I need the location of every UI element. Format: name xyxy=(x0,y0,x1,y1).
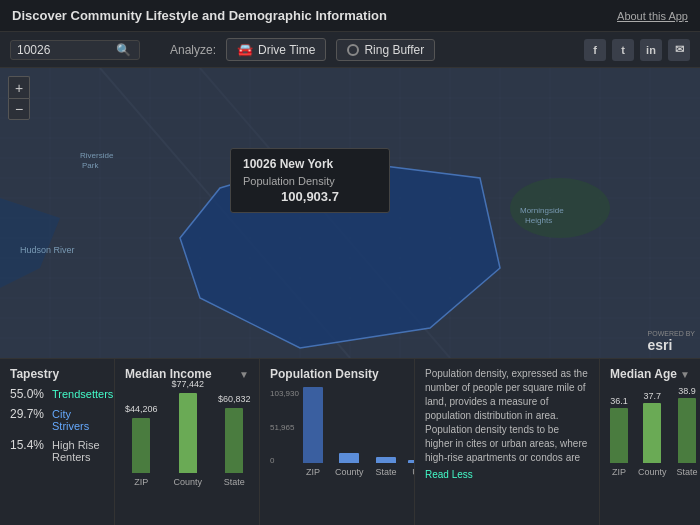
zoom-controls: + − xyxy=(8,76,30,120)
description-panel: Population density, expressed as the num… xyxy=(415,359,600,525)
svg-text:Park: Park xyxy=(82,161,99,170)
zoom-in-button[interactable]: + xyxy=(8,76,30,98)
tapestry-item-high-rise: 15.4% High Rise Renters xyxy=(10,438,104,463)
age-dropdown-arrow[interactable]: ▼ xyxy=(680,369,690,380)
density-state-label: State xyxy=(375,467,396,477)
city-strivers-name: City Strivers xyxy=(52,408,104,432)
app-header: Discover Community Lifestyle and Demogra… xyxy=(0,0,700,32)
svg-text:Heights: Heights xyxy=(525,216,552,225)
age-bar-state: 38.9 State xyxy=(677,386,698,477)
income-zip-label-bottom: ZIP xyxy=(134,477,148,487)
median-income-panel: Median Income ▼ $44,206 ZIP $77,442 Coun… xyxy=(115,359,260,525)
density-bar-state: State xyxy=(375,457,396,477)
income-county-bar xyxy=(179,393,197,473)
tooltip-metric: Population Density xyxy=(243,175,377,187)
search-input[interactable] xyxy=(17,43,112,57)
svg-text:Riverside: Riverside xyxy=(80,151,114,160)
age-bar-chart: 36.1 ZIP 37.7 County 38.9 State xyxy=(610,387,690,477)
ring-buffer-button[interactable]: Ring Buffer xyxy=(336,39,435,61)
income-zip-bar xyxy=(132,418,150,473)
income-county-label-top: $77,442 xyxy=(172,379,205,389)
density-state-bar xyxy=(376,457,396,463)
density-bar-county: County xyxy=(335,453,364,477)
city-strivers-pct: 29.7% xyxy=(10,407,48,421)
density-bar-chart: ZIP County State US xyxy=(303,387,415,477)
age-zip-bar xyxy=(610,408,628,463)
ring-buffer-radio xyxy=(347,44,359,56)
drive-time-icon: 🚘 xyxy=(237,42,253,57)
about-link[interactable]: About this App xyxy=(617,10,688,22)
description-text: Population density, expressed as the num… xyxy=(425,367,589,465)
density-axis-mid: 51,965 xyxy=(270,423,299,432)
income-state-bar xyxy=(225,408,243,473)
email-button[interactable]: ✉ xyxy=(668,39,690,61)
income-county-label-bottom: County xyxy=(174,477,203,487)
drive-time-button[interactable]: 🚘 Drive Time xyxy=(226,38,326,61)
high-rise-pct: 15.4% xyxy=(10,438,48,452)
density-bar-zip: ZIP xyxy=(303,387,323,477)
twitter-button[interactable]: t xyxy=(612,39,634,61)
income-bar-chart: $44,206 ZIP $77,442 County $60,832 State xyxy=(125,387,249,487)
age-county-bar xyxy=(643,403,661,463)
bottom-panels: Tapestry 55.0% Trendsetters 29.7% City S… xyxy=(0,358,700,525)
age-county-label-bottom: County xyxy=(638,467,667,477)
population-density-title: Population Density xyxy=(270,367,404,381)
density-zip-label: ZIP xyxy=(306,467,320,477)
trendsetters-pct: 55.0% xyxy=(10,387,48,401)
age-state-label-top: 38.9 xyxy=(678,386,696,396)
tapestry-item-trendsetters: 55.0% Trendsetters xyxy=(10,387,104,401)
toolbar: 🔍 Analyze: 🚘 Drive Time Ring Buffer f t … xyxy=(0,32,700,68)
age-state-label-bottom: State xyxy=(677,467,698,477)
age-zip-label-top: 36.1 xyxy=(610,396,628,406)
density-y-axis: 103,930 51,965 0 xyxy=(270,387,301,477)
income-bar-zip: $44,206 ZIP xyxy=(125,404,158,487)
linkedin-button[interactable]: in xyxy=(640,39,662,61)
map-tooltip: 10026 New York Population Density 100,90… xyxy=(230,148,390,213)
powered-by-label: POWERED BY xyxy=(648,330,695,337)
income-dropdown-arrow[interactable]: ▼ xyxy=(239,369,249,380)
density-county-bar xyxy=(339,453,359,463)
search-icon: 🔍 xyxy=(116,43,131,57)
age-bar-county: 37.7 County xyxy=(638,391,667,477)
search-box: 🔍 xyxy=(10,40,140,60)
social-icons: f t in ✉ xyxy=(584,39,690,61)
density-axis-bottom: 0 xyxy=(270,456,299,465)
age-zip-label-bottom: ZIP xyxy=(612,467,626,477)
median-age-panel: Median Age ▼ 36.1 ZIP 37.7 County 38.9 S… xyxy=(600,359,700,525)
income-bar-county: $77,442 County xyxy=(172,379,205,487)
tapestry-item-city-strivers: 29.7% City Strivers xyxy=(10,407,104,432)
tapestry-title: Tapestry xyxy=(10,367,104,381)
svg-text:Morningside: Morningside xyxy=(520,206,564,215)
tooltip-value: 100,903.7 xyxy=(243,189,377,204)
drive-time-label: Drive Time xyxy=(258,43,315,57)
age-bar-zip: 36.1 ZIP xyxy=(610,396,628,477)
income-bar-state: $60,832 State xyxy=(218,394,251,487)
svg-text:Hudson River: Hudson River xyxy=(20,245,75,255)
age-county-label-top: 37.7 xyxy=(644,391,662,401)
income-state-label-bottom: State xyxy=(224,477,245,487)
map-svg: Hudson River Morningside Heights Riversi… xyxy=(0,68,700,358)
read-less-button[interactable]: Read Less xyxy=(425,469,589,480)
map[interactable]: Hudson River Morningside Heights Riversi… xyxy=(0,68,700,358)
income-zip-label-top: $44,206 xyxy=(125,404,158,414)
esri-brand: esri xyxy=(648,337,673,353)
facebook-button[interactable]: f xyxy=(584,39,606,61)
high-rise-name: High Rise Renters xyxy=(52,439,104,463)
density-zip-bar xyxy=(303,387,323,463)
age-state-bar xyxy=(678,398,696,463)
density-county-label: County xyxy=(335,467,364,477)
app-title: Discover Community Lifestyle and Demogra… xyxy=(12,8,387,23)
ring-buffer-label: Ring Buffer xyxy=(364,43,424,57)
analyze-label: Analyze: xyxy=(170,43,216,57)
tapestry-panel: Tapestry 55.0% Trendsetters 29.7% City S… xyxy=(0,359,115,525)
population-density-panel: Population Density 103,930 51,965 0 ZIP … xyxy=(260,359,415,525)
zoom-out-button[interactable]: − xyxy=(8,98,30,120)
density-axis-top: 103,930 xyxy=(270,389,299,398)
esri-badge: POWERED BY esri xyxy=(648,330,695,353)
median-age-title: Median Age ▼ xyxy=(610,367,690,381)
income-state-label-top: $60,832 xyxy=(218,394,251,404)
trendsetters-name: Trendsetters xyxy=(52,388,113,400)
tooltip-location: 10026 New York xyxy=(243,157,377,171)
